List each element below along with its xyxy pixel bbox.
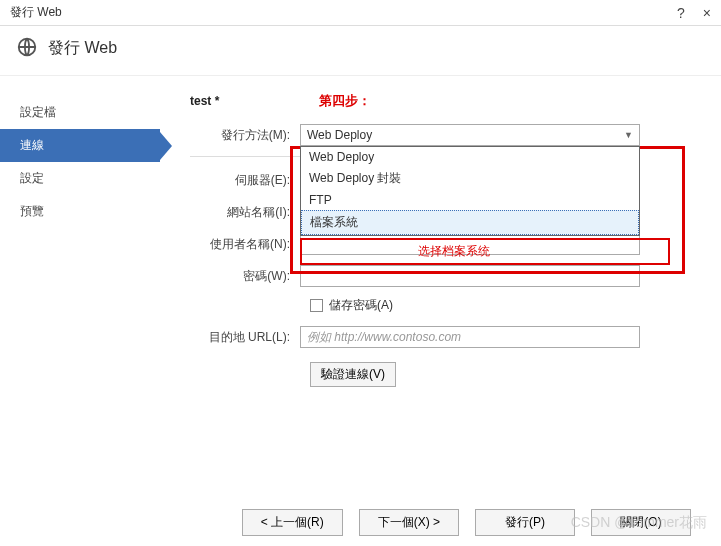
publish-method-value: Web Deploy bbox=[307, 128, 372, 142]
option-web-deploy[interactable]: Web Deploy bbox=[301, 147, 639, 167]
publish-method-dropdown: Web Deploy Web Deploy 封裝 FTP 檔案系統 bbox=[300, 146, 640, 236]
option-ftp[interactable]: FTP bbox=[301, 190, 639, 210]
sidebar-item-preview[interactable]: 預覽 bbox=[0, 195, 160, 228]
sidebar-item-label: 預覽 bbox=[20, 204, 44, 218]
titlebar: 發行 Web ? × bbox=[0, 0, 721, 26]
dest-url-input[interactable]: 例如 http://www.contoso.com bbox=[300, 326, 640, 348]
password-input[interactable] bbox=[300, 265, 640, 287]
sidebar-item-connection[interactable]: 連線 bbox=[0, 129, 160, 162]
sidebar-item-settings[interactable]: 設定 bbox=[0, 162, 160, 195]
dialog-header: 發行 Web bbox=[0, 26, 721, 76]
option-web-deploy-package[interactable]: Web Deploy 封裝 bbox=[301, 167, 639, 190]
next-button[interactable]: 下一個(X) > bbox=[359, 509, 459, 536]
window-title: 發行 Web bbox=[10, 4, 62, 21]
label-server: 伺服器(E): bbox=[190, 172, 300, 189]
globe-icon bbox=[16, 36, 38, 61]
save-password-checkbox[interactable] bbox=[310, 299, 323, 312]
sidebar-item-label: 連線 bbox=[20, 138, 44, 152]
close-icon[interactable]: × bbox=[703, 5, 711, 21]
label-dest-url: 目的地 URL(L): bbox=[190, 329, 300, 346]
publish-method-select[interactable]: Web Deploy ▼ bbox=[300, 124, 640, 146]
row-publish-method: 發行方法(M): Web Deploy ▼ Web Deploy Web Dep… bbox=[190, 124, 691, 146]
label-username: 使用者名稱(N): bbox=[190, 236, 300, 253]
row-save-password: 儲存密碼(A) bbox=[310, 297, 691, 314]
publish-button[interactable]: 發行(P) bbox=[475, 509, 575, 536]
field-publish-method: Web Deploy ▼ Web Deploy Web Deploy 封裝 FT… bbox=[300, 124, 691, 146]
row-password: 密碼(W): bbox=[190, 265, 691, 287]
row-username: 使用者名稱(N): bbox=[190, 233, 691, 255]
prev-button[interactable]: < 上一個(R) bbox=[242, 509, 343, 536]
username-input[interactable] bbox=[300, 233, 640, 255]
main-area: 設定檔 連線 設定 預覽 test * 第四步： 發行方法(M): Web De… bbox=[0, 76, 721, 546]
option-file-system[interactable]: 檔案系統 bbox=[301, 210, 639, 235]
label-publish-method: 發行方法(M): bbox=[190, 127, 300, 144]
profile-name: test * bbox=[190, 94, 219, 108]
help-icon[interactable]: ? bbox=[677, 5, 685, 21]
row-dest-url: 目的地 URL(L): 例如 http://www.contoso.com bbox=[190, 326, 691, 348]
label-site: 網站名稱(I): bbox=[190, 204, 300, 221]
watermark: CSDN @summer花雨 bbox=[571, 514, 707, 532]
content: test * 第四步： 發行方法(M): Web Deploy ▼ Web De… bbox=[160, 76, 721, 546]
sidebar: 設定檔 連線 設定 預覽 bbox=[0, 76, 160, 546]
sidebar-item-label: 設定 bbox=[20, 171, 44, 185]
label-password: 密碼(W): bbox=[190, 268, 300, 285]
titlebar-controls: ? × bbox=[677, 5, 711, 21]
validate-button[interactable]: 驗證連線(V) bbox=[310, 362, 396, 387]
profile-row: test * 第四步： bbox=[190, 92, 691, 110]
annotation-step: 第四步： bbox=[319, 92, 371, 110]
label-save-password: 儲存密碼(A) bbox=[329, 297, 393, 314]
chevron-down-icon: ▼ bbox=[624, 130, 633, 140]
sidebar-item-profile[interactable]: 設定檔 bbox=[0, 96, 160, 129]
sidebar-item-label: 設定檔 bbox=[20, 105, 56, 119]
dialog-title: 發行 Web bbox=[48, 38, 117, 59]
